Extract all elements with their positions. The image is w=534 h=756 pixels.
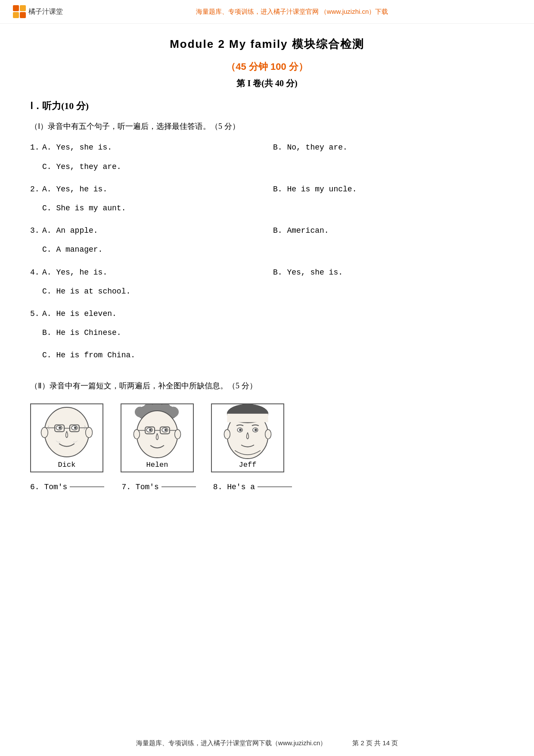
- svg-point-3: [59, 426, 61, 429]
- svg-point-28: [134, 429, 140, 439]
- svg-point-36: [239, 428, 242, 431]
- faces-section: Dick: [30, 403, 504, 495]
- doc-title: Module 2 My family 模块综合检测: [30, 37, 504, 52]
- q5-optB: B. He is Chinese.: [30, 325, 504, 340]
- fill-8-blank: [258, 487, 292, 487]
- q4-optC: C. He is at school.: [30, 284, 504, 299]
- q5-optC: C. He is from China.: [30, 348, 504, 362]
- face-helen: Helen: [121, 403, 194, 472]
- svg-point-38: [224, 429, 230, 439]
- svg-point-11: [86, 427, 93, 437]
- q2-optA: A. Yes, he is.: [42, 182, 273, 197]
- svg-point-21: [149, 428, 152, 431]
- face-box-helen: Helen: [121, 403, 194, 472]
- q3-optA: A. An apple.: [42, 223, 273, 238]
- svg-point-4: [74, 426, 77, 429]
- q3-optB: B. American.: [273, 223, 504, 238]
- face-box-dick: Dick: [30, 403, 103, 472]
- question-1: 1. A. Yes, she is. B. No, they are. C. Y…: [30, 140, 504, 174]
- subtitle: （45 分钟 100 分）: [30, 60, 504, 73]
- question-5: 5. A. He is eleven. B. He is Chinese. C.…: [30, 306, 504, 363]
- svg-point-22: [165, 428, 167, 431]
- logo-area: 橘子汁课堂: [13, 5, 63, 18]
- q5-num: 5.: [30, 306, 42, 321]
- q2-optC: C. She is my aunt.: [30, 201, 504, 216]
- question-2: 2. A. Yes, he is. B. He is my uncle. C. …: [30, 182, 504, 216]
- footer: 海量题库、专项训练，进入橘子汁课堂官网下载（www.juzizhi.cn） 第 …: [0, 739, 534, 747]
- q5-optA: A. He is eleven.: [42, 306, 117, 321]
- q2-optB: B. He is my uncle.: [273, 182, 504, 197]
- page-container: 橘子汁课堂 海量题库、专项训练，进入橘子汁课堂官网 （www.juzizhi.c…: [0, 0, 534, 756]
- face-jeff: Jeff: [211, 403, 284, 472]
- fill-6-blank: [70, 487, 104, 487]
- svg-point-39: [265, 429, 271, 439]
- q3-optC: C. A manager.: [30, 242, 504, 257]
- section-i-title: 第 I 卷(共 40 分): [30, 78, 504, 89]
- svg-point-29: [175, 429, 181, 439]
- face-svg-dick: [37, 404, 97, 460]
- q1-optC: C. Yes, they are.: [30, 159, 504, 174]
- part-ii-instruction: （Ⅱ）录音中有一篇短文，听两遍后，补全图中所缺信息。（5 分）: [30, 379, 504, 393]
- footer-right: 第 2 页 共 14 页: [352, 739, 398, 747]
- q2-num: 2.: [30, 182, 42, 197]
- q1-optB: B. No, they are.: [273, 140, 504, 155]
- face-label-helen: Helen: [146, 461, 168, 469]
- fill-6-prefix: 6. Tom's: [30, 479, 67, 495]
- q4-optA: A. Yes, he is.: [42, 265, 273, 280]
- face-box-jeff: Jeff: [211, 403, 284, 472]
- fill-item-8: 8. He's a: [213, 479, 292, 495]
- face-svg-jeff: [217, 404, 278, 460]
- svg-point-37: [255, 428, 257, 431]
- question-4: 4. A. Yes, he is. B. Yes, she is. C. He …: [30, 265, 504, 299]
- fill-in-row: 6. Tom's 7. Tom's 8. He's a: [30, 479, 504, 495]
- faces-row: Dick: [30, 403, 504, 472]
- q1-optA: A. Yes, she is.: [42, 140, 273, 155]
- q1-num: 1.: [30, 140, 42, 155]
- logo-text: 橘子汁课堂: [28, 7, 63, 16]
- svg-rect-33: [227, 414, 268, 422]
- fill-item-7: 7. Tom's: [121, 479, 196, 495]
- face-svg-helen: [127, 404, 187, 460]
- header-tagline: 海量题库、专项训练，进入橘子汁课堂官网 （www.juzizhi.cn）下载: [63, 8, 521, 16]
- q3-num: 3.: [30, 223, 42, 238]
- fill-7-blank: [161, 487, 196, 487]
- question-3: 3. A. An apple. B. American. C. A manage…: [30, 223, 504, 257]
- svg-point-10: [41, 427, 48, 437]
- main-content: Module 2 My family 模块综合检测 （45 分钟 100 分） …: [0, 24, 534, 529]
- logo-icon: [13, 5, 26, 18]
- face-label-dick: Dick: [58, 461, 76, 469]
- face-label-jeff: Jeff: [239, 461, 257, 469]
- fill-8-prefix: 8. He's a: [213, 479, 255, 495]
- q4-optB: B. Yes, she is.: [273, 265, 504, 280]
- face-dick: Dick: [30, 403, 103, 472]
- footer-left: 海量题库、专项训练，进入橘子汁课堂官网下载（www.juzizhi.cn）: [136, 739, 327, 747]
- header: 橘子汁课堂 海量题库、专项训练，进入橘子汁课堂官网 （www.juzizhi.c…: [0, 0, 534, 24]
- fill-item-6: 6. Tom's: [30, 479, 104, 495]
- part-i-instruction: （Ⅰ）录音中有五个句子，听一遍后，选择最佳答语。（5 分）: [30, 119, 504, 133]
- section-i-heading: Ⅰ．听力(10 分): [30, 100, 504, 112]
- fill-7-prefix: 7. Tom's: [121, 479, 158, 495]
- q4-num: 4.: [30, 265, 42, 280]
